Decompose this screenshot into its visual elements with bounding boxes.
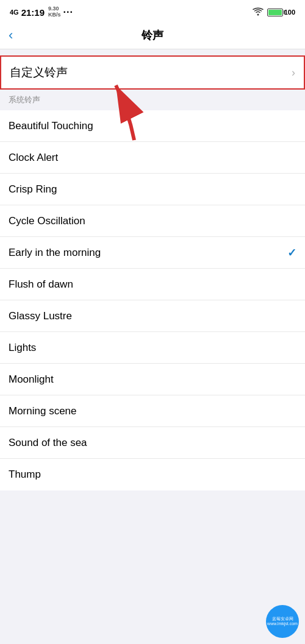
ringtone-name: Lights [9,342,36,354]
custom-ringtone-arrow-icon: › [292,66,295,79]
ringtone-name: Clock Alert [9,152,58,164]
status-dots: ··· [63,7,73,18]
ringtone-list-item[interactable]: Morning scene [0,395,305,427]
status-right: 100 [253,7,295,18]
ringtone-list-item[interactable]: Beautiful Touching [0,110,305,142]
status-bar: 4G 21:19 9.30 KB/s ··· 100 [0,0,305,22]
ringtone-name: Thump [9,469,41,481]
net-speed: 9.30 KB/s [48,6,61,18]
battery-fill [268,10,282,15]
battery-box [267,9,283,16]
battery-label: 100 [284,9,295,16]
ringtone-list-item[interactable]: Flush of dawn [0,269,305,300]
signal-icon: 4G [10,9,19,16]
svg-point-0 [257,13,259,15]
ringtone-name: Morning scene [9,405,77,417]
custom-ringtone-item[interactable]: 自定义铃声 › [0,55,305,90]
ringtone-list-item[interactable]: Crisp Ring [0,174,305,205]
status-time: 21:19 [21,7,45,18]
status-left: 4G 21:19 9.30 KB/s ··· [10,6,73,18]
ringtone-list-item[interactable]: Moonlight [0,364,305,395]
watermark-text: 蓝莓安卓网 www.lmkjst.com [267,617,298,627]
ringtone-name: Cycle Oscillation [9,215,85,227]
ringtone-list-item[interactable]: Sound of the sea [0,427,305,459]
page-title: 铃声 [142,28,163,43]
custom-ringtone-label: 自定义铃声 [10,65,68,80]
ringtone-list: Beautiful TouchingClock AlertCrisp RingC… [0,110,305,490]
back-button[interactable]: ‹ [9,27,13,43]
ringtone-name: Sound of the sea [9,437,87,449]
ringtone-name: Early in the morning [9,247,101,259]
battery: 100 [267,9,295,16]
ringtone-name: Beautiful Touching [9,120,93,132]
ringtone-list-item[interactable]: Glassy Lustre [0,300,305,332]
ringtone-list-item[interactable]: Clock Alert [0,142,305,174]
ringtone-list-item[interactable]: Thump [0,459,305,490]
selected-checkmark-icon: ✓ [287,246,296,260]
ringtone-name: Flush of dawn [9,278,73,291]
wifi-icon [253,7,264,18]
ringtone-name: Crisp Ring [9,183,57,196]
ringtone-name: Glassy Lustre [9,310,72,322]
nav-bar: ‹ 铃声 [0,22,305,49]
ringtone-list-item[interactable]: Early in the morning✓ [0,237,305,269]
ringtone-list-item[interactable]: Lights [0,332,305,364]
ringtone-name: Moonlight [9,373,54,386]
watermark: 蓝莓安卓网 www.lmkjst.com [266,605,299,638]
ringtone-list-item[interactable]: Cycle Oscillation [0,205,305,237]
section-label: 系统铃声 [0,90,305,108]
